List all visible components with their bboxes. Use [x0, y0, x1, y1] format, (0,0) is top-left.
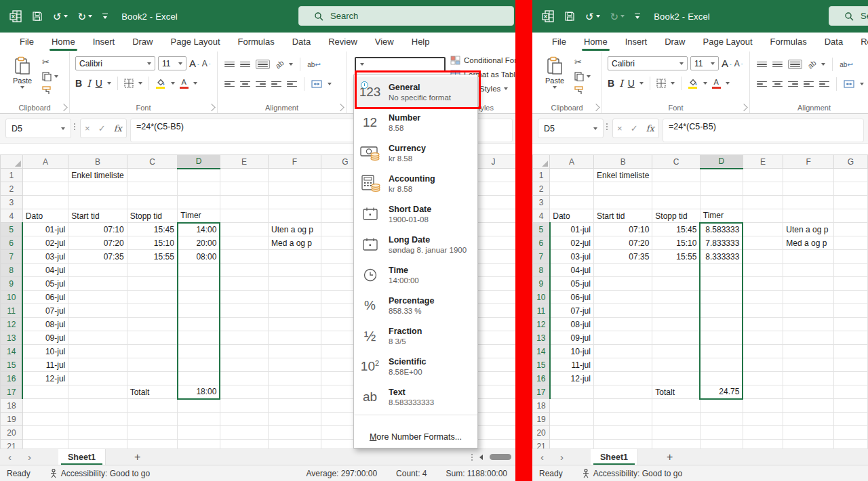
- cell-F15[interactable]: [783, 358, 834, 372]
- cell-F14[interactable]: [783, 345, 834, 358]
- cell-E15[interactable]: [743, 358, 783, 372]
- cell-D8[interactable]: [700, 264, 743, 277]
- grow-font-button[interactable]: Aˆ: [722, 58, 732, 69]
- cell-D1[interactable]: [700, 169, 743, 182]
- cell-C17[interactable]: Totalt: [127, 385, 178, 399]
- cell-D2[interactable]: [178, 182, 220, 196]
- cell-B3[interactable]: [68, 196, 127, 209]
- cell-F16[interactable]: [783, 372, 834, 385]
- cell-E6[interactable]: [743, 236, 783, 250]
- row-header-10[interactable]: 10: [1, 291, 23, 304]
- tab-page-layout[interactable]: Page Layout: [162, 33, 229, 51]
- cell-D18[interactable]: [700, 399, 743, 413]
- cell-F13[interactable]: [268, 331, 321, 345]
- orientation-button[interactable]: ab: [275, 60, 283, 68]
- format-item-scientific[interactable]: 102Scientific8.58E+00: [354, 351, 477, 381]
- cell-A8[interactable]: 04-jul: [22, 264, 68, 277]
- conditional-formatting-button[interactable]: Conditional Formatting: [450, 54, 517, 66]
- row-header-21[interactable]: 21: [1, 440, 23, 449]
- cell-F16[interactable]: [268, 372, 321, 385]
- cell-D3[interactable]: [178, 196, 220, 209]
- cell-E14[interactable]: [220, 345, 268, 358]
- format-item-percentage[interactable]: %Percentage858.33 %: [354, 290, 477, 320]
- cell-A14[interactable]: 10-jul: [22, 345, 68, 358]
- cell-E2[interactable]: [220, 182, 268, 196]
- cell-E16[interactable]: [220, 372, 268, 385]
- cell-D19[interactable]: [178, 413, 220, 426]
- cell-A7[interactable]: 03-jul: [22, 250, 68, 264]
- align-bottom-button[interactable]: [256, 60, 270, 70]
- enter-icon[interactable]: ✓: [98, 123, 106, 133]
- cell-C10[interactable]: [127, 291, 178, 304]
- cell-F19[interactable]: [783, 413, 834, 426]
- column-header-D[interactable]: D: [700, 155, 743, 169]
- cell-F7[interactable]: [783, 250, 834, 264]
- cell-B13[interactable]: [68, 331, 127, 345]
- redo-button[interactable]: ↻: [610, 12, 625, 22]
- cell-E19[interactable]: [220, 413, 268, 426]
- row-header-15[interactable]: 15: [1, 358, 23, 372]
- column-header-B[interactable]: B: [593, 155, 652, 169]
- wrap-text-button[interactable]: ab↩: [307, 60, 321, 68]
- cell-F11[interactable]: [268, 304, 321, 318]
- row-header-19[interactable]: 19: [1, 413, 23, 426]
- fx-icon[interactable]: fx: [114, 123, 122, 133]
- row-header-1[interactable]: 1: [533, 169, 550, 182]
- cell-C14[interactable]: [652, 345, 700, 358]
- sheet-nav-next[interactable]: ›: [552, 451, 572, 463]
- row-header-16[interactable]: 16: [1, 372, 23, 385]
- cell-B9[interactable]: [68, 277, 127, 291]
- cell-G8[interactable]: [834, 264, 868, 277]
- increase-indent-button[interactable]: [287, 81, 297, 87]
- row-header-3[interactable]: 3: [533, 196, 550, 209]
- format-item-text[interactable]: abText8.583333333: [354, 381, 477, 412]
- row-header-12[interactable]: 12: [533, 318, 550, 331]
- cell-A11[interactable]: 07-jul: [22, 304, 68, 318]
- cell-B2[interactable]: [68, 182, 127, 196]
- bold-button[interactable]: B: [75, 78, 82, 89]
- cell-G15[interactable]: [834, 358, 868, 372]
- row-header-2[interactable]: 2: [1, 182, 23, 196]
- cell-F7[interactable]: [268, 250, 321, 264]
- cell-B12[interactable]: [68, 318, 127, 331]
- cell-C2[interactable]: [652, 182, 700, 196]
- cell-B11[interactable]: [68, 304, 127, 318]
- row-header-15[interactable]: 15: [533, 358, 550, 372]
- cell-G18[interactable]: [834, 399, 868, 413]
- format-painter-button[interactable]: [574, 85, 584, 96]
- copy-button[interactable]: [42, 71, 58, 81]
- sheet-tab-sheet1[interactable]: Sheet1: [591, 449, 638, 465]
- orientation-button[interactable]: ab: [808, 60, 816, 68]
- copy-button[interactable]: [574, 71, 591, 81]
- align-bottom-button[interactable]: [788, 60, 802, 70]
- row-header-3[interactable]: 3: [1, 196, 23, 209]
- format-painter-button[interactable]: [42, 85, 52, 96]
- cell-A6[interactable]: 02-jul: [22, 236, 68, 250]
- cell-D2[interactable]: [700, 182, 743, 196]
- cell-F3[interactable]: [783, 196, 834, 209]
- cell-F4[interactable]: [783, 209, 834, 223]
- cell-G16[interactable]: [834, 372, 868, 385]
- grow-font-button[interactable]: Aˆ: [189, 58, 199, 69]
- shrink-font-button[interactable]: Aˇ: [202, 59, 211, 68]
- cell-D4[interactable]: Timer: [700, 209, 743, 223]
- cut-button[interactable]: ✂: [574, 57, 582, 67]
- cell-F1[interactable]: [268, 169, 321, 182]
- number-format-combo[interactable]: [355, 57, 446, 72]
- tab-review[interactable]: Review: [319, 33, 366, 51]
- cell-C1[interactable]: [127, 169, 178, 182]
- cell-E14[interactable]: [743, 345, 783, 358]
- cell-G13[interactable]: [834, 331, 868, 345]
- cell-D9[interactable]: [178, 277, 220, 291]
- font-name-combo[interactable]: Calibri: [608, 56, 688, 70]
- cell-C9[interactable]: [127, 277, 178, 291]
- row-header-9[interactable]: 9: [1, 277, 23, 291]
- cell-A16[interactable]: 12-jul: [550, 372, 594, 385]
- cell-F10[interactable]: [268, 291, 321, 304]
- row-header-8[interactable]: 8: [533, 264, 550, 277]
- underline-button[interactable]: U: [628, 78, 635, 89]
- cell-F14[interactable]: [268, 345, 321, 358]
- cell-C11[interactable]: [127, 304, 178, 318]
- underline-button[interactable]: U: [96, 78, 102, 89]
- cell-G20[interactable]: [834, 426, 868, 440]
